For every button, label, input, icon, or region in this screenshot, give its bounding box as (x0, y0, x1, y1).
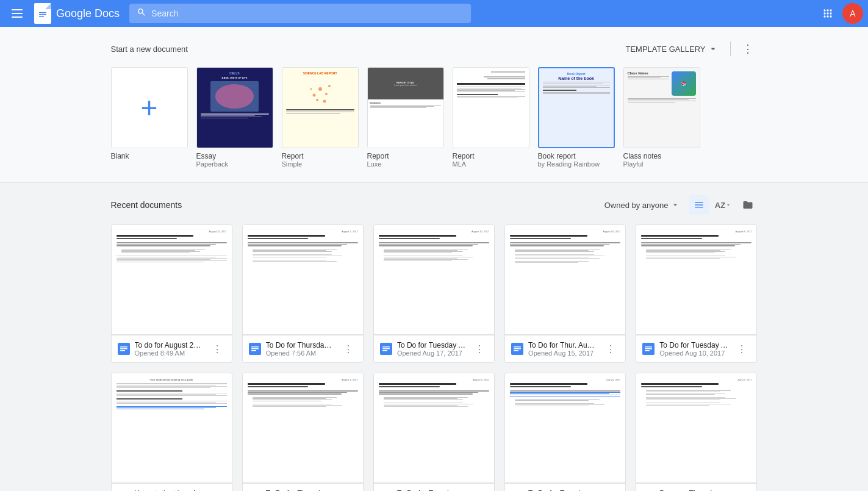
recent-doc-1[interactable]: August 22, 2017 (111, 224, 232, 363)
doc-icon-5 (642, 343, 655, 355)
template-subname-book-report: by Reading Rainbow (538, 160, 615, 168)
doc-more-btn-8[interactable]: ⋮ (471, 489, 488, 491)
svg-rect-18 (251, 346, 259, 348)
svg-rect-20 (251, 350, 256, 351)
template-name-report-mla: Report (453, 152, 529, 160)
doc-more-btn-6[interactable]: ⋮ (209, 489, 226, 491)
search-placeholder: Search (151, 9, 178, 18)
apps-button[interactable] (816, 1, 840, 26)
doc-info-10: Done on Thursday Opened Jul 27, 2017 ⋮ (636, 484, 756, 491)
svg-point-9 (316, 99, 318, 101)
doc-more-btn-4[interactable]: ⋮ (602, 340, 619, 357)
recent-doc-4[interactable]: August 10, 2017 (504, 224, 626, 363)
folder-view-button[interactable] (738, 195, 758, 215)
app-logo[interactable]: Google Docs (34, 3, 120, 24)
hamburger-menu[interactable] (5, 1, 29, 26)
doc-icon-2 (249, 343, 261, 355)
recent-doc-3[interactable]: August 15, 2017 (373, 224, 495, 363)
doc-title-5: To Do for Tuesday August... (659, 341, 728, 349)
blank-plus-icon: + (140, 91, 157, 124)
doc-icon-1 (118, 343, 130, 355)
recent-section: Recent documents Owned by anyone AZ (87, 183, 782, 491)
recent-doc-2[interactable]: August 7, 2017 (242, 224, 364, 363)
app-name: Google Docs (56, 7, 120, 20)
svg-rect-26 (514, 346, 521, 348)
list-view-button[interactable] (689, 195, 709, 215)
doc-thumbnail-8: August 1, 2017 (374, 373, 494, 483)
doc-more-btn-1[interactable]: ⋮ (209, 340, 226, 357)
doc-meta-3: Opened Aug 17, 2017 (397, 349, 466, 357)
doc-meta-2: Opened 7:56 AM (266, 349, 335, 357)
template-name-report-simple: Report (282, 152, 359, 160)
user-avatar[interactable]: A (842, 3, 863, 24)
recent-header: Recent documents Owned by anyone AZ (111, 195, 758, 215)
svg-point-6 (318, 87, 322, 91)
template-section: Start a new document TEMPLATE GALLERY ⋮ (0, 27, 868, 183)
doc-more-btn-10[interactable]: ⋮ (733, 489, 750, 491)
template-book-report[interactable]: Book Report Name of the book Boo (538, 67, 615, 168)
svg-rect-1 (12, 13, 23, 14)
doc-thumbnail-2: August 7, 2017 (243, 225, 363, 335)
owned-by-filter[interactable]: Owned by anyone (600, 198, 684, 212)
doc-info-5: To Do for Tuesday August... Opened Aug 1… (636, 335, 756, 362)
doc-more-btn-9[interactable]: ⋮ (602, 489, 619, 491)
doc-more-btn-7[interactable]: ⋮ (340, 489, 357, 491)
svg-rect-4 (39, 14, 46, 15)
recent-doc-10[interactable]: July 27, 2017 (636, 373, 757, 491)
search-icon (137, 7, 146, 20)
template-class-notes[interactable]: Class Notes 📚 (623, 67, 700, 168)
svg-point-8 (325, 93, 328, 95)
search-bar[interactable]: Search (129, 4, 471, 23)
doc-thumbnail-5: August 8, 2017 (636, 225, 756, 335)
doc-title-2: To Do for Thursday Augu... (266, 341, 335, 349)
doc-info-7: To Do for Thursday Augu... Opened Aug 1,… (243, 484, 363, 491)
recent-doc-9[interactable]: July 25, 2017 (504, 373, 626, 491)
svg-rect-24 (382, 350, 387, 351)
topbar-right-controls: A (816, 1, 863, 26)
doc-thumbnail-6: Your student loan funding area guide (112, 373, 232, 483)
svg-rect-5 (39, 16, 44, 17)
main-content: Start a new document TEMPLATE GALLERY ⋮ (0, 0, 868, 491)
svg-rect-16 (120, 350, 125, 351)
doc-text-4: To Do for Thur. August 10,... Opened Aug… (528, 341, 597, 357)
doc-info-1: To do for August 22, 2017 Opened 8:49 AM… (112, 335, 232, 362)
doc-info-2: To Do for Thursday Augu... Opened 7:56 A… (243, 335, 363, 362)
template-section-title: Start a new document (111, 45, 188, 54)
doc-thumbnail-10: July 27, 2017 (636, 373, 756, 483)
template-blank[interactable]: + Blank (111, 67, 188, 168)
recent-doc-7[interactable]: August 1, 2017 (242, 373, 364, 491)
template-report-luxe[interactable]: REPORT TITLE Lorem ipsum dolor sit amet … (367, 67, 444, 168)
template-subname-report-luxe: Luxe (367, 160, 444, 168)
svg-rect-3 (39, 12, 46, 13)
sort-button[interactable]: AZ (714, 195, 733, 215)
svg-rect-22 (382, 346, 390, 348)
doc-icon-3 (380, 343, 392, 355)
recent-doc-8[interactable]: August 1, 2017 (373, 373, 495, 491)
svg-rect-28 (514, 350, 518, 351)
template-essay-paperback[interactable]: CELLS BASIC UNITS OF LIFE (196, 67, 273, 168)
template-more-button[interactable]: ⋮ (738, 39, 758, 59)
svg-rect-0 (12, 9, 23, 10)
svg-point-11 (310, 88, 312, 90)
svg-point-12 (328, 85, 331, 87)
doc-title-4: To Do for Thur. August 10,... (528, 341, 597, 349)
template-report-mla[interactable]: Report MLA (453, 67, 529, 168)
doc-title-3: To Do for Tuesday August... (397, 341, 466, 349)
doc-more-btn-3[interactable]: ⋮ (471, 340, 488, 357)
recent-title: Recent documents (111, 200, 182, 210)
template-report-simple[interactable]: SCIENCE LAB REPORT (282, 67, 359, 168)
doc-thumbnail-1: August 22, 2017 (112, 225, 232, 335)
templates-grid: + Blank CELLS BASIC UNITS OF LIFE (111, 67, 758, 168)
template-name-book-report: Book report (538, 152, 615, 160)
owned-by-label: Owned by anyone (604, 201, 669, 210)
doc-thumbnail-4: August 10, 2017 (505, 225, 625, 335)
doc-more-btn-5[interactable]: ⋮ (733, 340, 750, 357)
recent-doc-5[interactable]: August 8, 2017 (636, 224, 757, 363)
doc-text-1: To do for August 22, 2017 Opened 8:49 AM (135, 341, 204, 357)
template-header-controls: TEMPLATE GALLERY ⋮ (620, 39, 757, 59)
svg-rect-32 (645, 350, 650, 351)
template-gallery-button[interactable]: TEMPLATE GALLERY (620, 41, 722, 56)
doc-meta-5: Opened Aug 10, 2017 (659, 349, 728, 357)
doc-more-btn-2[interactable]: ⋮ (340, 340, 357, 357)
recent-doc-6[interactable]: Your student loan funding area guide (111, 373, 232, 491)
